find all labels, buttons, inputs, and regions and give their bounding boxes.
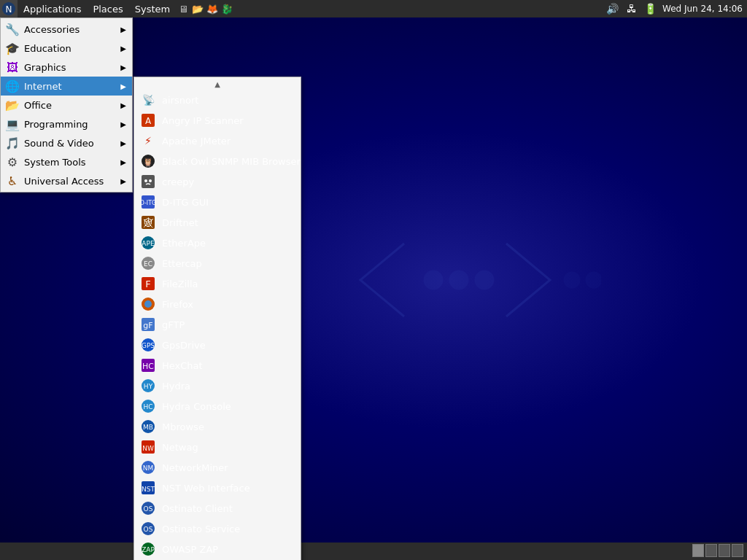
hydra-icon: HY: [140, 378, 156, 394]
submenu-ostinato-service[interactable]: OS Ostinato Service: [134, 518, 301, 539]
etherape-icon: APE: [140, 235, 156, 251]
filezilla-icon: F: [140, 276, 156, 292]
network-icon[interactable]: 🖧: [624, 1, 639, 16]
submenu-mbrowse[interactable]: MB Mbrowse: [134, 416, 301, 437]
submenu-airsnort[interactable]: 📡 airsnort: [134, 90, 301, 110]
submenu-netwag[interactable]: NW Netwag: [134, 437, 301, 457]
driftnet-label: Driftnet: [162, 217, 198, 228]
panel-system[interactable]: System: [129, 0, 176, 18]
svg-text:N: N: [6, 4, 12, 15]
universal-icon: ♿: [5, 174, 20, 188]
menu-graphics[interactable]: 🖼 Graphics ▶: [1, 58, 132, 77]
panel-places[interactable]: Places: [87, 0, 128, 18]
menu-sound-video[interactable]: 🎵 Sound & Video ▶: [1, 133, 132, 152]
apache-label: Apache JMeter: [162, 136, 231, 147]
hexchat-label: HexChat: [162, 360, 203, 371]
submenu-etherape[interactable]: APE EtherApe: [134, 233, 301, 253]
graphics-icon: 🖼: [5, 60, 20, 74]
gpsdrive-icon: GPS: [140, 337, 156, 353]
creepy-icon: [140, 174, 156, 190]
angry-ip-label: Angry IP Scanner: [162, 115, 244, 126]
gftp-icon: gF: [140, 316, 156, 332]
submenu-ettercap[interactable]: EC Ettercap: [134, 253, 301, 273]
submenu-gpsdrive[interactable]: GPS GpsDrive: [134, 335, 301, 355]
submenu-networkminer[interactable]: NM NetworkMiner: [134, 457, 301, 478]
hydra-console-icon: HC: [140, 398, 156, 414]
svg-text:A: A: [145, 116, 152, 126]
universal-label: Universal Access: [24, 176, 120, 187]
svg-text:D-ITG: D-ITG: [141, 200, 155, 206]
submenu-filezilla[interactable]: F FileZilla: [134, 273, 301, 294]
internet-icon: 🌐: [5, 79, 20, 93]
education-label: Education: [24, 43, 120, 54]
gpsdrive-label: GpsDrive: [162, 340, 206, 351]
svg-text:OS: OS: [144, 505, 153, 513]
apache-icon: ⚡: [140, 133, 156, 149]
pager-3[interactable]: [719, 544, 730, 557]
owasp-label: OWASP ZAP: [162, 544, 218, 555]
hydra-console-label: Hydra Console: [162, 401, 231, 412]
taskbar: [0, 542, 692, 560]
svg-text:HY: HY: [144, 383, 153, 390]
menu-internet[interactable]: 🌐 Internet ▶ ▲ 📡 airsnort A Angry IP Sca…: [1, 77, 132, 96]
submenu-gftp[interactable]: gF gFTP: [134, 314, 301, 335]
submenu-owasp-zap[interactable]: ZAP OWASP ZAP: [134, 539, 301, 559]
accessories-label: Accessories: [24, 24, 120, 35]
system-tools-icon: ⚙: [5, 155, 20, 169]
menu-accessories[interactable]: 🔧 Accessories ▶: [1, 20, 132, 39]
svg-point-25: [144, 300, 152, 308]
menu-system-tools[interactable]: ⚙ System Tools ▶: [1, 152, 132, 171]
programming-icon: 💻: [5, 117, 20, 131]
pager-1[interactable]: [692, 544, 704, 557]
svg-text:ZAP: ZAP: [142, 546, 155, 553]
battery-icon[interactable]: 🔋: [643, 1, 658, 16]
submenu-apache-jmeter[interactable]: ⚡ Apache JMeter: [134, 131, 301, 151]
panel-nst-icon[interactable]: 🐉: [220, 1, 234, 16]
menu-education[interactable]: 🎓 Education ▶: [1, 39, 132, 58]
ditg-icon: D-ITG: [140, 194, 156, 210]
office-icon: 📂: [5, 98, 20, 112]
submenu-black-owl[interactable]: 🦉 Black Owl SNMP MIB Browser: [134, 151, 301, 171]
submenu-creepy[interactable]: creepy: [134, 171, 301, 192]
menu-programming[interactable]: 💻 Programming ▶: [1, 114, 132, 133]
submenu-scroll-up[interactable]: ▲: [134, 79, 301, 90]
volume-icon[interactable]: 🔊: [605, 1, 620, 16]
black-owl-icon: 🦉: [140, 153, 156, 169]
panel-applications[interactable]: Applications: [18, 0, 87, 18]
svg-text:F: F: [145, 279, 150, 289]
ostinato-client-icon: OS: [140, 500, 156, 516]
panel-folder-icon[interactable]: 📂: [190, 1, 205, 16]
svg-text:🦉: 🦉: [143, 157, 153, 167]
submenu-angry-ip[interactable]: A Angry IP Scanner: [134, 110, 301, 131]
submenu-ditg[interactable]: D-ITG D-ITG GUI: [134, 192, 301, 212]
networkminer-label: NetworkMiner: [162, 462, 228, 473]
internet-submenu: ▲ 📡 airsnort A Angry IP Scanner ⚡ Apache…: [133, 77, 301, 560]
mbrowse-icon: MB: [140, 419, 156, 435]
ettercap-icon: EC: [140, 255, 156, 271]
nst-web-icon: NST: [140, 480, 156, 496]
owasp-icon: ZAP: [140, 541, 156, 557]
gftp-label: gFTP: [162, 319, 185, 330]
panel-terminal-icon[interactable]: 🖥: [176, 1, 190, 16]
firefox-icon: [140, 296, 156, 312]
pager-2[interactable]: [705, 544, 717, 557]
menu-universal-access[interactable]: ♿ Universal Access ▶: [1, 171, 132, 190]
angry-ip-icon: A: [140, 112, 156, 128]
svg-text:NM: NM: [143, 464, 154, 472]
submenu-nst-web[interactable]: NST NST Web Interface: [134, 478, 301, 498]
svg-text:NW: NW: [142, 445, 154, 452]
pager-4[interactable]: [732, 544, 743, 557]
hexchat-icon: HC: [140, 357, 156, 373]
submenu-hydra-console[interactable]: HC Hydra Console: [134, 396, 301, 416]
panel-firefox-icon[interactable]: 🦊: [205, 1, 220, 16]
menu-office[interactable]: 📂 Office ▶: [1, 96, 132, 114]
accessories-icon: 🔧: [5, 22, 20, 36]
submenu-hexchat[interactable]: HC HexChat: [134, 355, 301, 376]
submenu-ostinato-client[interactable]: OS Ostinato Client: [134, 498, 301, 518]
submenu-firefox[interactable]: Firefox: [134, 294, 301, 314]
submenu-driftnet[interactable]: 🕸 Driftnet: [134, 212, 301, 233]
svg-text:GPS: GPS: [142, 342, 155, 349]
airsnort-icon: 📡: [140, 92, 156, 108]
programming-label: Programming: [24, 119, 120, 130]
submenu-hydra[interactable]: HY Hydra: [134, 376, 301, 396]
